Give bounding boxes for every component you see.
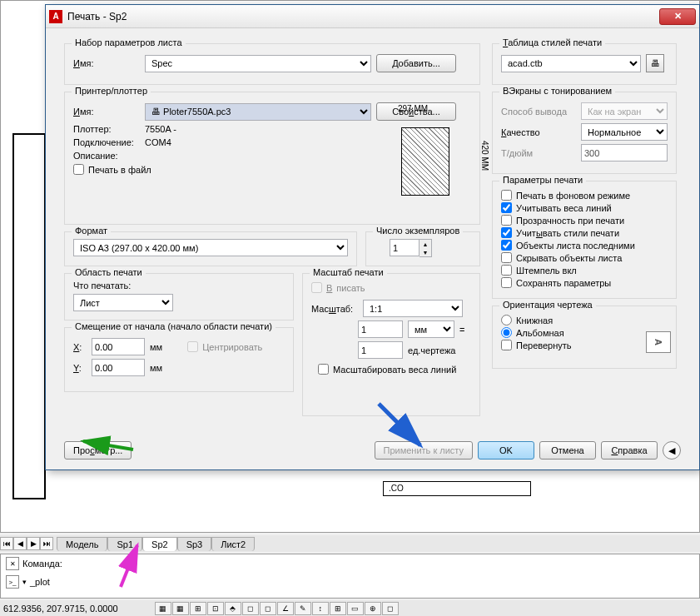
drawing-frame xyxy=(12,133,46,499)
printer-name-label: Имя: xyxy=(73,107,140,117)
scale-unit-select[interactable]: мм xyxy=(408,320,454,338)
group-title: Параметры печати xyxy=(499,175,586,185)
titlebar[interactable]: A Печать - Sp2 ✕ xyxy=(46,5,699,28)
orientation-icon: A xyxy=(646,331,671,353)
dpi-label: Т/дюйм xyxy=(501,148,576,158)
cmd-close-icon[interactable]: ✕ xyxy=(6,557,19,570)
opt-stamp-check[interactable]: Штемпель вкл xyxy=(501,265,668,276)
status-btn[interactable]: ⊕ xyxy=(365,602,381,615)
svg-line-2 xyxy=(121,545,137,587)
annotation-arrow-pink xyxy=(108,541,158,591)
spin-up[interactable]: ▲ xyxy=(420,240,431,248)
opt-hide-check[interactable]: Скрывать объекты листа xyxy=(501,252,668,263)
group-title: ВЭкраны с тонированием xyxy=(499,86,615,96)
tab-list2[interactable]: Лист2 xyxy=(211,537,255,551)
plot-style-select[interactable]: acad.ctb xyxy=(501,55,641,72)
tab-nav[interactable]: ⏮◀▶⏭ xyxy=(0,537,53,550)
y-input[interactable] xyxy=(92,359,145,376)
opt-save-check[interactable]: Сохранять параметры xyxy=(501,277,668,288)
center-check[interactable]: Центрировать xyxy=(187,341,262,352)
scale-label: Масштаб: xyxy=(311,304,358,314)
svg-line-0 xyxy=(83,441,133,450)
status-btn[interactable]: ↕ xyxy=(312,602,329,615)
status-btn[interactable]: ∠ xyxy=(277,602,294,615)
group-title: Число экземпляров xyxy=(373,226,463,236)
command-area: ✕Команда: >_▾_plot xyxy=(0,554,700,599)
x-label: X: xyxy=(73,342,87,352)
tab-sp3[interactable]: Sp3 xyxy=(177,537,212,551)
command-input[interactable]: _plot xyxy=(30,577,50,587)
status-btn[interactable]: ⊡ xyxy=(207,602,224,615)
dpi-input xyxy=(581,144,668,161)
help-button[interactable]: Справка xyxy=(601,441,658,460)
status-bar: 612.9356, 207.9715, 0.0000 ▦▦⊞ ⊡⬘◻ ◻∠✎ ↕… xyxy=(0,600,700,616)
upside-check[interactable]: Перевернуть xyxy=(501,340,668,350)
offset-group: Смещение от начала (начало области печат… xyxy=(64,327,294,392)
preview-height: 420 MM xyxy=(480,141,489,171)
opt-plotstyles-check[interactable]: Учитывать стили печати xyxy=(501,227,668,238)
annotation-arrow-green xyxy=(75,433,141,458)
status-btn[interactable]: ▭ xyxy=(347,602,364,615)
opt-paperspace-last-check[interactable]: Объекты листа последними xyxy=(501,240,668,251)
landscape-radio[interactable]: Альбомная xyxy=(501,327,668,338)
opt-lineweights-check[interactable]: Учитывать веса линий xyxy=(501,202,668,213)
printer-select[interactable]: 🖶 Ploter7550A.pc3 xyxy=(145,103,371,121)
group-title: Смещение от начала (начало области печат… xyxy=(72,321,276,331)
port-label: Подключение: xyxy=(73,137,140,147)
status-toggles[interactable]: ▦▦⊞ ⊡⬘◻ ◻∠✎ ↕⊞▭ ⊕◻ xyxy=(155,602,399,615)
quality-select[interactable]: Нормальное xyxy=(581,123,668,141)
layout-tabs-bar: ⏮◀▶⏭ Модель Sp1 Sp2 Sp3 Лист2 xyxy=(0,535,700,552)
ok-button[interactable]: OK xyxy=(478,441,534,460)
edit-style-button[interactable]: 🖶 xyxy=(646,54,664,72)
y-unit: мм xyxy=(150,363,162,373)
copies-spinner[interactable]: ▲▼ xyxy=(390,239,432,257)
opt-transparency-check[interactable]: Прозрачность при печати xyxy=(501,215,668,226)
shade-mode-select: Как на экране xyxy=(581,102,668,120)
tab-model[interactable]: Модель xyxy=(57,537,107,551)
command-label: Команда: xyxy=(22,559,62,569)
status-btn[interactable]: ⬘ xyxy=(225,602,241,615)
equals-label: = xyxy=(459,325,464,335)
printer-group: Принтер/плоттер Имя: 🖶 Ploter7550A.pc3 С… xyxy=(64,92,480,225)
port-value: COM4 xyxy=(145,137,171,147)
group-title: Формат xyxy=(72,226,111,236)
svg-line-1 xyxy=(379,404,420,445)
status-btn[interactable]: ◻ xyxy=(260,602,276,615)
name-label: ИИмя:мя: xyxy=(73,58,140,68)
status-btn[interactable]: ▦ xyxy=(155,602,171,615)
shade-mode-label: Способ вывода xyxy=(501,107,576,117)
plot-style-group: Таблица стилей печати acad.ctb🖶 xyxy=(492,43,677,85)
plot-area-select[interactable]: Лист xyxy=(73,294,173,311)
group-title: Таблица стилей печати xyxy=(499,37,605,47)
group-title: Набор параметров листа xyxy=(72,37,186,47)
scale-lineweights-check[interactable]: Масштабировать веса линий xyxy=(318,364,471,375)
page-setup-group: Набор параметров листа ИИмя:мя: Spec Доб… xyxy=(64,43,480,85)
desc-label: Описание: xyxy=(73,151,140,161)
fit-check[interactable]: Вписать xyxy=(311,282,471,293)
cancel-button[interactable]: Отмена xyxy=(539,441,596,460)
copies-group: Число экземпляров ▲▼ xyxy=(365,231,480,266)
x-input[interactable] xyxy=(92,338,145,355)
status-btn[interactable]: ⊞ xyxy=(330,602,346,615)
collapse-button[interactable]: ◀ xyxy=(663,441,681,460)
annotation-arrow-blue xyxy=(370,400,437,458)
opt-background-check[interactable]: Печать в фоновом режиме xyxy=(501,190,668,201)
y-label: Y: xyxy=(73,363,87,373)
drawing-unit-input[interactable] xyxy=(358,341,403,359)
close-button[interactable]: ✕ xyxy=(659,8,696,25)
paper-size-select[interactable]: ISO A3 (297.00 x 420.00 мм) xyxy=(73,239,348,256)
add-button[interactable]: Добавить... xyxy=(376,54,456,72)
status-btn[interactable]: ▦ xyxy=(172,602,189,615)
scale-unit-input[interactable] xyxy=(358,320,403,338)
page-setup-select[interactable]: Spec xyxy=(145,55,371,72)
portrait-radio[interactable]: Книжная xyxy=(501,315,668,325)
app-icon: A xyxy=(49,10,62,23)
copies-input[interactable] xyxy=(390,239,420,256)
status-btn[interactable]: ◻ xyxy=(242,602,259,615)
status-btn[interactable]: ⊞ xyxy=(190,602,206,615)
spin-down[interactable]: ▼ xyxy=(420,248,431,256)
status-btn[interactable]: ✎ xyxy=(295,602,311,615)
status-btn[interactable]: ◻ xyxy=(382,602,399,615)
shade-group: ВЭкраны с тонированием Способ выводаКак … xyxy=(492,92,677,174)
scale-select[interactable]: 1:1 xyxy=(363,300,463,317)
